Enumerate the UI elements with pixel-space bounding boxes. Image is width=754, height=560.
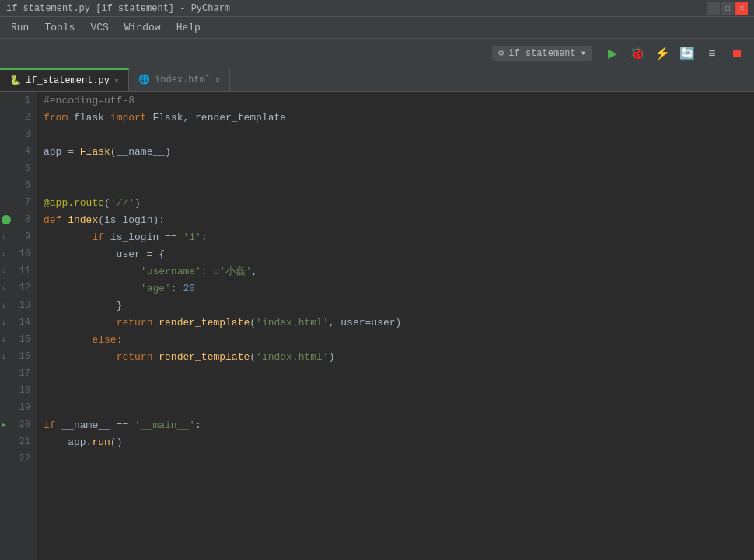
close-button[interactable]: ✕	[735, 2, 748, 15]
tab-index-html-label: index.html	[155, 75, 211, 85]
code-line-8: def index(is_login):	[44, 211, 754, 228]
window-controls[interactable]: — □ ✕	[707, 2, 748, 15]
line-number-gutter: 1 2 3 4 5 6 7 8 9 10 11 12 13 14 15 16 1…	[0, 92, 37, 560]
run-config-dropdown-icon: ▾	[581, 47, 586, 59]
line-num-12: 12	[0, 280, 30, 297]
code-line-11: 'username': u'小磊',	[44, 263, 754, 280]
line-num-10: 10	[0, 245, 30, 263]
code-line-5	[44, 160, 754, 177]
line-num-3: 3	[0, 126, 30, 143]
concurrency-button[interactable]: ≡	[701, 43, 723, 64]
menu-tools[interactable]: Tools	[37, 19, 82, 37]
line-num-8: 8	[0, 211, 30, 228]
code-line-12: 'age': 20	[44, 280, 754, 297]
code-area[interactable]: #encoding=utf-8 from flask import Flask,…	[37, 92, 754, 560]
maximize-button[interactable]: □	[721, 2, 734, 15]
menu-vcs[interactable]: VCS	[82, 19, 116, 37]
line-num-14: 14	[0, 314, 30, 331]
code-line-10: user = {	[44, 245, 754, 263]
line-num-4: 4	[0, 143, 30, 160]
code-line-7: @app.route('//')	[44, 194, 754, 211]
line-num-1: 1	[0, 92, 30, 109]
line-num-19: 19	[0, 399, 30, 416]
tab-bar: 🐍 if_statement.py ✕ 🌐 index.html ✕	[0, 68, 754, 92]
line-num-6: 6	[0, 177, 30, 194]
line-num-16: 16	[0, 348, 30, 365]
run-config-icon: ⚙	[498, 47, 504, 59]
code-line-6	[44, 177, 754, 194]
stop-button[interactable]: ⏹	[726, 43, 748, 64]
code-line-2: from flask import Flask, render_template	[44, 109, 754, 126]
line-num-11: 11	[0, 263, 30, 280]
code-line-1: #encoding=utf-8	[44, 92, 754, 109]
line-num-20: 20	[0, 416, 30, 433]
code-line-20: if __name__ == '__main__':	[44, 416, 754, 433]
minimize-button[interactable]: —	[707, 2, 720, 15]
run-button[interactable]: ▶	[602, 43, 623, 64]
line-num-18: 18	[0, 382, 30, 399]
tab-index-html[interactable]: 🌐 index.html ✕	[129, 68, 230, 91]
tab-index-html-close[interactable]: ✕	[215, 75, 220, 85]
toolbar: ⚙ if_statement ▾ ▶ 🐞 ⚡ 🔄 ≡ ⏹	[0, 39, 754, 68]
line-num-21: 21	[0, 433, 30, 450]
line-num-2: 2	[0, 109, 30, 126]
code-line-14: return render_template('index.html', use…	[44, 314, 754, 331]
code-line-18	[44, 382, 754, 399]
code-line-15: else:	[44, 331, 754, 348]
code-line-22	[44, 450, 754, 468]
code-line-19	[44, 399, 754, 416]
tab-if-statement-close[interactable]: ✕	[114, 76, 119, 85]
coverage-button[interactable]: ⚡	[651, 43, 673, 64]
profile-button[interactable]: 🔄	[676, 43, 698, 64]
code-line-3	[44, 126, 754, 143]
line-num-22: 22	[0, 450, 30, 468]
line-num-5: 5	[0, 160, 30, 177]
line-num-9: 9	[0, 228, 30, 245]
line-num-7: 7	[0, 194, 30, 211]
tab-if-statement-py[interactable]: 🐍 if_statement.py ✕	[0, 68, 129, 91]
code-line-4: app = Flask(__name__)	[44, 143, 754, 160]
line-num-15: 15	[0, 331, 30, 348]
line1-comment: #encoding=utf-8	[44, 95, 134, 106]
debug-button[interactable]: 🐞	[627, 43, 648, 64]
code-line-16: return render_template('index.html')	[44, 348, 754, 365]
python-file-icon: 🐍	[9, 75, 21, 86]
html-file-icon: 🌐	[138, 74, 150, 85]
code-line-9: if is_login == '1':	[44, 228, 754, 245]
menu-bar: Run Tools VCS Window Help	[0, 17, 754, 39]
line-num-13: 13	[0, 297, 30, 314]
code-line-13: }	[44, 297, 754, 314]
title-text: if_statement.py [if_statement] - PyCharm	[6, 3, 230, 14]
menu-run[interactable]: Run	[3, 19, 37, 37]
menu-window[interactable]: Window	[117, 19, 169, 37]
code-line-21: app.run()	[44, 433, 754, 450]
editor: 1 2 3 4 5 6 7 8 9 10 11 12 13 14 15 16 1…	[0, 92, 754, 560]
line-num-17: 17	[0, 365, 30, 382]
tab-if-statement-label: if_statement.py	[26, 75, 110, 86]
title-bar: if_statement.py [if_statement] - PyCharm…	[0, 0, 754, 17]
code-line-17	[44, 365, 754, 382]
menu-help[interactable]: Help	[169, 19, 208, 37]
run-config-selector[interactable]: ⚙ if_statement ▾	[492, 46, 592, 61]
run-config-label: if_statement	[508, 48, 575, 59]
